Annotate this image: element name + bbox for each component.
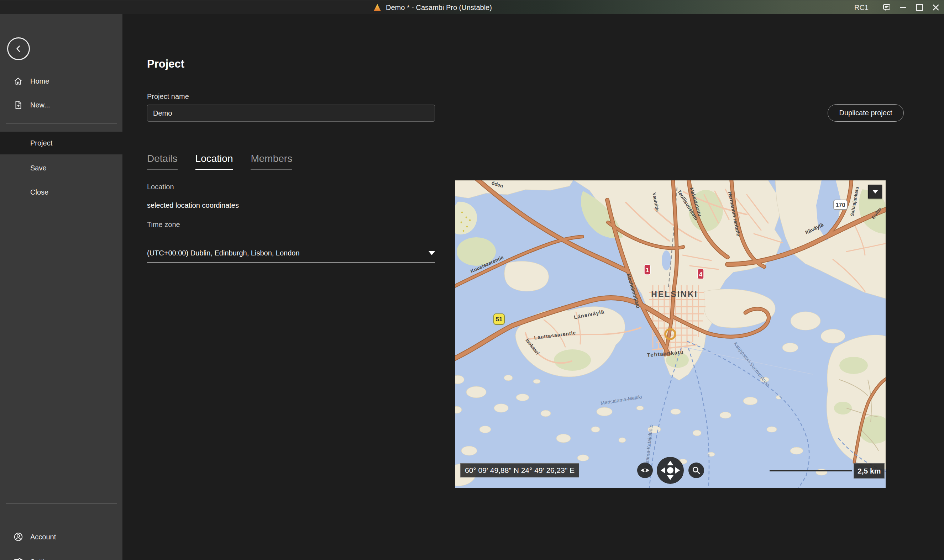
road-sign-170: 170 (834, 200, 847, 209)
sidebar-item-settings[interactable]: Settings (0, 551, 122, 560)
tab-location[interactable]: Location (196, 153, 233, 170)
eye-icon (640, 465, 650, 475)
map-visibility-button[interactable] (637, 463, 653, 478)
sidebar-item-account[interactable]: Account (0, 526, 122, 548)
sidebar-item-label: Project (30, 139, 52, 147)
window-title-group: Demo * - Casambi Pro (Unstable) (373, 0, 492, 15)
sidebar-item-close[interactable]: Close (0, 182, 122, 203)
pan-arrows-icon (657, 457, 684, 484)
road-sign-4: 4 (698, 269, 704, 279)
maximize-icon (916, 4, 923, 11)
map-pan-control[interactable] (657, 457, 684, 484)
sidebar-item-label: New... (30, 101, 50, 109)
minimize-button[interactable] (895, 0, 911, 15)
svg-text:170: 170 (836, 202, 845, 208)
page-title: Project (147, 58, 185, 71)
sidebar-item-new[interactable]: New... (0, 94, 122, 115)
sidebar-separator (6, 123, 117, 124)
city-label: HELSINKI (651, 289, 698, 299)
settings-sliders-icon (14, 557, 23, 560)
sidebar-item-label: Home (30, 77, 49, 85)
close-button[interactable] (928, 0, 944, 15)
search-icon (691, 466, 701, 475)
casambi-pro-window: Demo * - Casambi Pro (Unstable) RC1 (0, 0, 944, 560)
timezone-dropdown[interactable]: (UTC+00:00) Dublin, Edinburgh, Lisbon, L… (147, 249, 435, 263)
chevron-down-icon (872, 190, 878, 194)
sidebar-item-label: Close (30, 188, 48, 196)
chevron-down-icon (428, 251, 435, 255)
window-title: Demo * - Casambi Pro (Unstable) (386, 3, 492, 12)
sidebar-item-home[interactable]: Home (0, 71, 122, 92)
casambi-logo-icon (373, 3, 382, 11)
map-search-button[interactable] (688, 463, 704, 478)
sidebar-item-label: Save (30, 164, 47, 172)
close-icon (933, 4, 939, 11)
sidebar-item-project[interactable]: Project (0, 132, 122, 154)
minimize-icon (900, 7, 906, 8)
timezone-value: (UTC+00:00) Dublin, Edinburgh, Lisbon, L… (147, 249, 300, 257)
location-label: Location (147, 183, 174, 191)
maximize-button[interactable] (911, 0, 928, 15)
map-scale-label: 2,5 km (853, 463, 885, 478)
chevron-left-icon (14, 44, 23, 53)
road-sign-1: 1 (644, 265, 650, 275)
selected-coordinates-label: selected location coordinates (147, 202, 239, 209)
sidebar-item-save[interactable]: Save (0, 157, 122, 178)
sidebar-item-label: Account (30, 533, 56, 541)
svg-text:51: 51 (496, 316, 503, 323)
tab-bar: Details Location Members (147, 153, 292, 170)
project-name-input[interactable] (147, 105, 435, 122)
svg-text:1: 1 (646, 267, 649, 273)
sidebar-item-label: Settings (30, 558, 56, 560)
back-button[interactable] (7, 37, 30, 60)
map-coordinates-readout: 60° 09' 49,88" N 24° 49' 26,23" E (460, 463, 579, 477)
project-name-label: Project name (147, 92, 189, 101)
map-layers-dropdown-button[interactable] (868, 185, 882, 198)
location-map[interactable]: 51 170 1 4 HELSINKI Tehtaankatu Länsiväy… (455, 180, 885, 488)
sidebar-separator (6, 503, 117, 504)
tab-details[interactable]: Details (147, 153, 178, 170)
feedback-button[interactable] (878, 0, 895, 15)
svg-text:4: 4 (699, 271, 702, 277)
new-document-icon (14, 100, 23, 109)
tab-members[interactable]: Members (251, 153, 292, 170)
timezone-label: Time zone (147, 221, 180, 229)
sidebar: Home New... Project Save Close (0, 14, 122, 560)
map-canvas: 51 170 1 4 HELSINKI Tehtaankatu Länsiväy… (455, 180, 885, 488)
duplicate-project-button[interactable]: Duplicate project (828, 104, 904, 122)
home-icon (14, 77, 23, 86)
title-bar: Demo * - Casambi Pro (Unstable) RC1 (0, 0, 944, 14)
feedback-bubble-icon (882, 3, 891, 12)
map-scale-line (770, 470, 852, 471)
road-sign-51: 51 (494, 314, 504, 325)
version-badge: RC1 (854, 3, 869, 12)
account-icon (14, 532, 23, 542)
